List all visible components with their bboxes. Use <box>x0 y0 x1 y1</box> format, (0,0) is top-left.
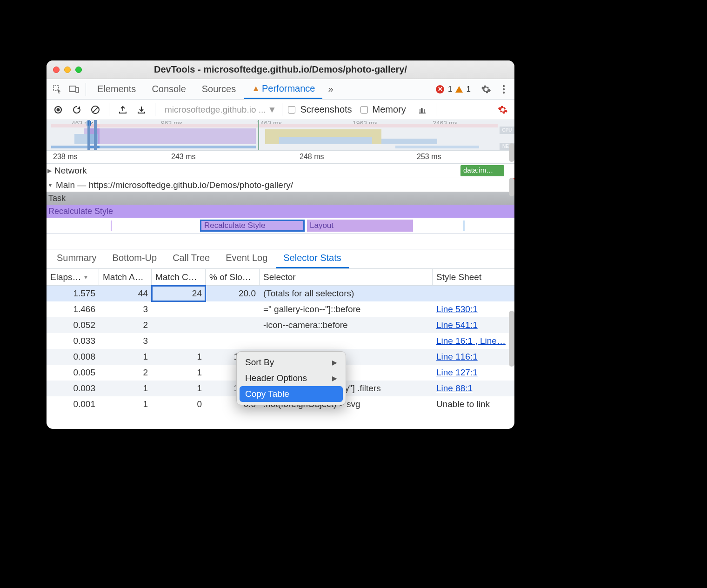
sort-desc-icon: ▼ <box>83 274 89 281</box>
svg-line-10 <box>93 107 98 113</box>
svg-point-5 <box>503 88 505 90</box>
tab-event-log[interactable]: Event Log <box>218 249 275 268</box>
capture-settings-icon[interactable] <box>495 102 511 118</box>
cell-match-count: 1 <box>152 349 206 365</box>
scrollbar[interactable] <box>509 143 514 162</box>
cell-stylesheet[interactable]: Line 541:1 <box>433 317 514 333</box>
cell-selector: -icon--camera::before <box>260 317 433 333</box>
layout-bar[interactable]: Layout <box>307 220 413 232</box>
screenshots-checkbox[interactable] <box>288 106 295 114</box>
cell-elapsed: 0.033 <box>47 333 99 349</box>
cell-match-count <box>152 333 206 349</box>
scrollbar[interactable] <box>509 311 514 367</box>
tab-performance[interactable]: ▲ Performance <box>244 79 322 99</box>
cell-elapsed: 0.003 <box>47 381 99 396</box>
cell-elapsed: 0.001 <box>47 396 99 412</box>
cell-elapsed: 0.005 <box>47 365 99 381</box>
tab-console[interactable]: Console <box>144 79 193 99</box>
table-row[interactable]: 0.0522-icon--camera::beforeLine 541:1 <box>47 317 514 333</box>
collect-garbage-icon[interactable] <box>414 102 430 118</box>
flamechart-ruler[interactable]: 238 ms 243 ms 248 ms 253 ms <box>47 151 514 164</box>
inspect-element-icon[interactable] <box>49 81 65 97</box>
more-tabs-button[interactable]: » <box>323 79 338 99</box>
chevron-right-icon: ▶ <box>332 374 337 382</box>
kebab-menu-icon[interactable] <box>496 81 512 97</box>
expand-icon: ▶ <box>47 167 52 174</box>
flamechart-tracks[interactable]: ▶ Network data:im… ▼ Main — https://micr… <box>47 164 514 249</box>
download-profile-button[interactable] <box>133 102 149 118</box>
tab-elements[interactable]: Elements <box>90 79 143 99</box>
main-label: Main — https://microsoftedge.github.io/D… <box>56 180 293 190</box>
cell-selector: =" gallery-icon--"]::before <box>260 301 433 317</box>
cell-elapsed: 1.575 <box>47 286 99 301</box>
ctx-copy-table[interactable]: Copy Table <box>240 386 343 402</box>
cell-match-attempts: 2 <box>99 317 152 333</box>
chevron-down-icon: ▼ <box>268 105 277 115</box>
cell-pct-slow <box>206 317 260 333</box>
cell-stylesheet[interactable]: Line 88:1 <box>433 381 514 396</box>
device-toolbar-icon[interactable] <box>66 81 82 97</box>
ruler-tick: 238 ms <box>53 153 77 161</box>
profile-url-dropdown[interactable]: microsoftedge.github.io ... ▼ <box>165 105 276 115</box>
cell-stylesheet[interactable]: Line 530:1 <box>433 301 514 317</box>
tab-performance-label: Performance <box>262 83 315 94</box>
col-match-count[interactable]: Match C… <box>152 269 206 285</box>
settings-icon[interactable] <box>478 81 494 97</box>
main-tab-strip: Elements Console Sources ▲ Performance »… <box>47 79 514 100</box>
cell-stylesheet <box>433 286 514 301</box>
recalculate-style-bar-selected[interactable]: Recalculate Style <box>200 220 305 232</box>
table-row[interactable]: 1.575442420.0(Totals for all selectors) <box>47 286 514 301</box>
cell-match-attempts: 1 <box>99 349 152 365</box>
cell-pct-slow <box>206 301 260 317</box>
tab-sources[interactable]: Sources <box>194 79 243 99</box>
ruler-tick: 253 ms <box>417 153 441 161</box>
col-match-attempts[interactable]: Match A… <box>99 269 152 285</box>
context-menu: Sort By ▶ Header Options ▶ Copy Table <box>236 351 346 405</box>
recalculate-style-bar[interactable]: Recalculate Style <box>47 205 514 218</box>
cell-match-attempts: 44 <box>99 286 152 301</box>
overview-viewport[interactable] <box>87 120 97 150</box>
col-stylesheet[interactable]: Style Sheet <box>433 269 514 285</box>
col-elapsed[interactable]: Elaps…▼ <box>47 269 99 285</box>
ruler-tick: 243 ms <box>171 153 195 161</box>
memory-label: Memory <box>373 104 406 115</box>
devtools-window: DevTools - microsoftedge.github.io/Demos… <box>47 60 514 429</box>
network-track-header[interactable]: ▶ Network data:im… <box>47 164 514 178</box>
task-bar[interactable]: Task <box>47 192 514 205</box>
clear-button[interactable] <box>87 102 103 118</box>
cell-stylesheet: Unable to link <box>433 396 514 412</box>
cell-stylesheet[interactable]: Line 116:1 <box>433 349 514 365</box>
tab-selector-stats[interactable]: Selector Stats <box>276 249 349 268</box>
ctx-sort-by[interactable]: Sort By ▶ <box>240 354 343 370</box>
table-row[interactable]: 0.0333Line 16:1 , Line… <box>47 333 514 349</box>
svg-point-4 <box>503 85 505 87</box>
tab-call-tree[interactable]: Call Tree <box>165 249 217 268</box>
tab-summary[interactable]: Summary <box>49 249 104 268</box>
scrollbar[interactable] <box>509 178 514 196</box>
cell-match-attempts: 1 <box>99 381 152 396</box>
col-pct-slow[interactable]: % of Slo… <box>206 269 260 285</box>
table-row[interactable]: 1.4663=" gallery-icon--"]::beforeLine 53… <box>47 301 514 317</box>
warning-count-icon[interactable] <box>455 86 463 93</box>
reload-record-button[interactable] <box>69 102 85 118</box>
main-track-header[interactable]: ▼ Main — https://microsoftedge.github.io… <box>47 178 514 192</box>
cell-match-count: 1 <box>152 381 206 396</box>
col-selector[interactable]: Selector <box>260 269 433 285</box>
svg-rect-3 <box>76 87 79 93</box>
record-button[interactable] <box>50 102 66 118</box>
cell-match-count: 0 <box>152 396 206 412</box>
cell-match-attempts: 3 <box>99 333 152 349</box>
ctx-header-options[interactable]: Header Options ▶ <box>240 370 343 386</box>
timeline-overview[interactable]: 463 ms 963 ms 1463 ms 1963 ms 2463 ms CP… <box>47 120 514 151</box>
cell-selector: (Totals for all selectors) <box>260 286 433 301</box>
memory-checkbox[interactable] <box>360 106 368 114</box>
collapse-icon: ▼ <box>47 182 53 188</box>
upload-profile-button[interactable] <box>115 102 131 118</box>
cell-stylesheet[interactable]: Line 16:1 , Line… <box>433 333 514 349</box>
warning-icon: ▲ <box>252 84 260 94</box>
network-event[interactable]: data:im… <box>460 165 504 176</box>
cell-stylesheet[interactable]: Line 127:1 <box>433 365 514 381</box>
chevron-right-icon: ▶ <box>332 359 337 366</box>
tab-bottom-up[interactable]: Bottom-Up <box>105 249 165 268</box>
error-count-icon[interactable]: ✕ <box>436 85 444 94</box>
